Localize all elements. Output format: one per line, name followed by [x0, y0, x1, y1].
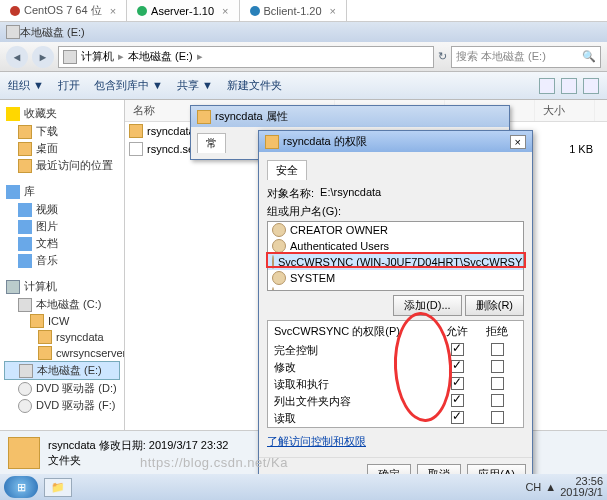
folder-icon: [129, 124, 143, 138]
allow-checkbox[interactable]: [451, 394, 464, 407]
search-icon: 🔍: [582, 50, 596, 63]
list-item[interactable]: SYSTEM: [268, 270, 523, 286]
vm-tab-centos[interactable]: CentOS 7 64 位×: [0, 0, 127, 21]
library-icon: [6, 185, 20, 199]
vm-tab-aserver[interactable]: Aserver-1.10×: [127, 0, 239, 21]
advanced-link[interactable]: 了解访问控制和权限: [267, 435, 366, 447]
allow-checkbox[interactable]: [451, 360, 464, 373]
list-item[interactable]: Authenticated Users: [268, 238, 523, 254]
tree-computer[interactable]: 计算机: [4, 277, 120, 296]
close-icon[interactable]: ×: [222, 5, 228, 17]
allow-header: 允许: [437, 324, 477, 339]
groups-label: 组或用户名(G):: [267, 204, 524, 219]
vm-tab-bar: CentOS 7 64 位× Aserver-1.10× Bclient-1.2…: [0, 0, 607, 22]
chevron-right-icon: ▸: [118, 50, 124, 63]
nav-forward-button[interactable]: ►: [32, 46, 54, 68]
search-input[interactable]: 搜索 本地磁盘 (E:) 🔍: [451, 46, 601, 68]
nav-tree: 收藏夹 下载 桌面 最近访问的位置 库 视频 图片 文档 音乐 计算机 本地磁盘…: [0, 100, 125, 450]
dialog-titlebar[interactable]: rsyncdata 属性: [191, 106, 509, 127]
help-icon[interactable]: [583, 78, 599, 94]
permissions-box: SvcCWRSYNC 的权限(P) 允许 拒绝 完全控制 修改 读取和执行 列出…: [267, 320, 524, 428]
perm-row: 修改: [268, 359, 523, 376]
allow-checkbox[interactable]: [451, 411, 464, 424]
share-menu[interactable]: 共享 ▼: [177, 78, 213, 93]
details-line1: rsyncdata 修改日期: 2019/3/17 23:32: [48, 438, 228, 453]
perm-header: SvcCWRSYNC 的权限(P): [274, 324, 437, 339]
tree-libraries[interactable]: 库: [4, 182, 120, 201]
tree-item[interactable]: 桌面: [4, 140, 120, 157]
deny-checkbox[interactable]: [491, 411, 504, 424]
include-menu[interactable]: 包含到库中 ▼: [94, 78, 163, 93]
deny-header: 拒绝: [477, 324, 517, 339]
tab-general[interactable]: 常: [197, 133, 226, 153]
folder-icon: [8, 437, 40, 469]
computer-icon: [6, 280, 20, 294]
taskbar: ⊞ 📁 CH ▲ 23:56 2019/3/1: [0, 474, 607, 500]
tree-item[interactable]: DVD 驱动器 (D:): [4, 380, 120, 397]
list-item-selected[interactable]: SvcCWRSYNC (WIN-J0UF7D04HRT\SvcCWRSYNC): [268, 254, 523, 270]
tree-item[interactable]: DVD 驱动器 (F:): [4, 397, 120, 414]
folder-icon: [197, 110, 211, 124]
perm-row: 列出文件夹内容: [268, 393, 523, 410]
tree-item[interactable]: cwrsyncserver: [4, 345, 120, 361]
deny-checkbox[interactable]: [491, 394, 504, 407]
object-name-value: E:\rsyncdata: [320, 186, 381, 201]
start-button[interactable]: ⊞: [4, 476, 38, 498]
details-line2: 文件夹: [48, 453, 228, 468]
tree-item[interactable]: 图片: [4, 218, 120, 235]
window-titlebar: 本地磁盘 (E:): [0, 22, 607, 42]
tree-item[interactable]: 视频: [4, 201, 120, 218]
organize-menu[interactable]: 组织 ▼: [8, 78, 44, 93]
tree-item[interactable]: 本地磁盘 (C:): [4, 296, 120, 313]
folder-icon: [265, 135, 279, 149]
tree-item[interactable]: 最近访问的位置: [4, 157, 120, 174]
allow-checkbox[interactable]: [451, 343, 464, 356]
star-icon: [6, 107, 20, 121]
preview-icon[interactable]: [561, 78, 577, 94]
user-icon: [272, 255, 274, 269]
open-button[interactable]: 打开: [58, 78, 80, 93]
view-icon[interactable]: [539, 78, 555, 94]
drive-icon: [63, 50, 77, 64]
refresh-icon[interactable]: ↻: [438, 50, 447, 63]
group-user-list[interactable]: CREATOR OWNER Authenticated Users SvcCWR…: [267, 221, 524, 291]
list-item[interactable]: Administrators (WIN-J0UF7D04HRT\Administ…: [268, 286, 523, 291]
tree-item[interactable]: ICW: [4, 313, 120, 329]
perm-row: 读取和执行: [268, 376, 523, 393]
close-icon[interactable]: ×: [110, 5, 116, 17]
user-icon: [272, 239, 286, 253]
window-title: 本地磁盘 (E:): [20, 25, 85, 40]
deny-checkbox[interactable]: [491, 343, 504, 356]
address-bar: ◄ ► 计算机 ▸ 本地磁盘 (E:) ▸ ↻ 搜索 本地磁盘 (E:) 🔍: [0, 42, 607, 72]
close-icon[interactable]: ×: [330, 5, 336, 17]
tree-item[interactable]: 文档: [4, 235, 120, 252]
perm-row: 读取: [268, 410, 523, 427]
tree-item[interactable]: 音乐: [4, 252, 120, 269]
file-icon: [129, 142, 143, 156]
tree-item-current-drive[interactable]: 本地磁盘 (E:): [4, 361, 120, 380]
chevron-right-icon: ▸: [197, 50, 203, 63]
list-item[interactable]: CREATOR OWNER: [268, 222, 523, 238]
add-button[interactable]: 添加(D)...: [393, 295, 461, 316]
user-icon: [272, 223, 286, 237]
system-tray[interactable]: CH ▲ 23:56 2019/3/1: [525, 476, 603, 498]
tree-item[interactable]: rsyncdata: [4, 329, 120, 345]
deny-checkbox[interactable]: [491, 377, 504, 390]
col-size[interactable]: 大小: [535, 100, 595, 121]
tree-item[interactable]: 下载: [4, 123, 120, 140]
drive-icon: [6, 25, 20, 39]
dialog-titlebar[interactable]: rsyncdata 的权限 ×: [259, 131, 532, 152]
object-name-label: 对象名称:: [267, 186, 314, 201]
tree-favorites[interactable]: 收藏夹: [4, 104, 120, 123]
tab-security[interactable]: 安全: [267, 160, 307, 180]
new-folder-button[interactable]: 新建文件夹: [227, 78, 282, 93]
remove-button[interactable]: 删除(R): [465, 295, 524, 316]
user-icon: [272, 271, 286, 285]
breadcrumb[interactable]: 计算机 ▸ 本地磁盘 (E:) ▸: [58, 46, 434, 68]
deny-checkbox[interactable]: [491, 360, 504, 373]
allow-checkbox[interactable]: [451, 377, 464, 390]
nav-back-button[interactable]: ◄: [6, 46, 28, 68]
close-button[interactable]: ×: [510, 135, 526, 149]
taskbar-item[interactable]: 📁: [44, 478, 72, 497]
vm-tab-bclient[interactable]: Bclient-1.20×: [240, 0, 348, 21]
